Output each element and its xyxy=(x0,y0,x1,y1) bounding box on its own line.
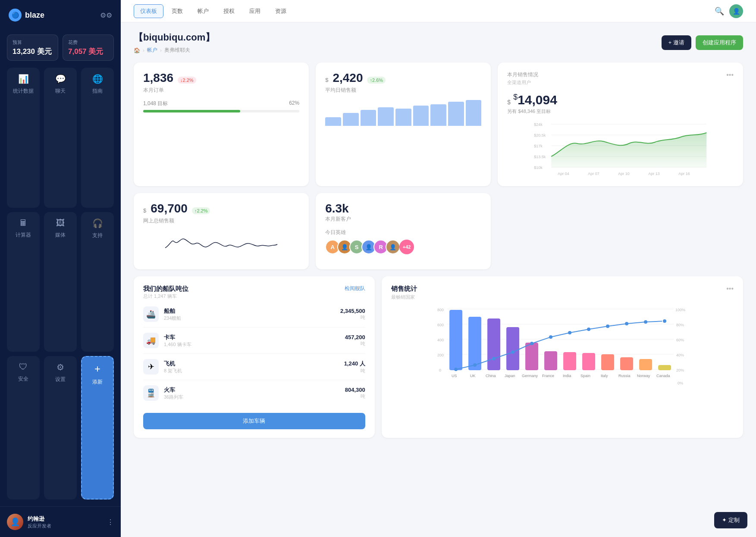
svg-point-59 xyxy=(530,342,533,345)
user-menu-icon[interactable]: ⋮ xyxy=(107,518,114,526)
expense-card: 花费 7,057 美元 xyxy=(63,34,114,61)
plane-icon: ✈ xyxy=(143,359,159,375)
monthly-sales-card: 本月销售情况 全渠道用户 ••• $ 14,094 另有 $48,346 至目标 xyxy=(498,62,743,186)
fleet-item-train: 🚆 火车 36路列车 804,300 吨 xyxy=(143,380,365,406)
security-icon: 🛡 xyxy=(19,362,28,372)
svg-rect-31 xyxy=(449,310,462,370)
budget-label: 预算 xyxy=(13,39,53,46)
svg-text:Apr 13: Apr 13 xyxy=(649,172,660,176)
avg-sales-badge: ↑2.6% xyxy=(367,77,386,84)
add-vehicle-button[interactable]: 添加车辆 xyxy=(143,413,365,429)
monthly-menu[interactable]: ••• xyxy=(726,71,734,79)
fleet-ship-number: 2,345,500 xyxy=(340,308,365,314)
user-info: 👤 约翰逊 反应开发者 xyxy=(7,514,51,530)
user-avatar-img: 👤 xyxy=(7,514,23,530)
tab-pages[interactable]: 页数 xyxy=(165,4,189,18)
bar-8 xyxy=(448,102,464,126)
heroes-label: 今日英雄 xyxy=(325,229,481,236)
wave-svg xyxy=(143,231,299,261)
create-app-button[interactable]: 创建应用程序 xyxy=(696,35,743,50)
total-sales-label: 网上总销售额 xyxy=(143,217,299,225)
orders-value: 1,836 xyxy=(143,71,173,85)
svg-point-61 xyxy=(568,331,571,334)
orders-card: 1,836 ↓2.2% 本月订单 1,048 目标 62% xyxy=(134,62,309,186)
nav-label-settings: 设置 xyxy=(55,376,66,383)
user-role: 反应开发者 xyxy=(28,523,51,529)
tab-dashboard[interactable]: 仪表板 xyxy=(134,4,163,18)
fleet-title-area: 我们的船队吨位 总计 1,247 辆车 xyxy=(143,285,188,300)
sales-stats-title: 销售统计 xyxy=(391,285,417,293)
svg-point-57 xyxy=(492,357,496,360)
sales-stats-title-area: 销售统计 最畅销国家 xyxy=(391,285,417,305)
nav-label-add: 添新 xyxy=(92,378,103,386)
nav-item-stats[interactable]: 📊 统计数据 xyxy=(7,68,40,208)
avg-sales-header: $ 2,420 ↑2.6% xyxy=(325,71,481,85)
tab-accounts[interactable]: 帐户 xyxy=(191,4,215,18)
nav-label-media: 媒体 xyxy=(55,231,66,239)
user-avatar-top[interactable]: 👤 xyxy=(729,4,743,18)
svg-point-56 xyxy=(473,363,477,367)
main-content: 仪表板 页数 帐户 授权 应用 资源 🔍 👤 【biqubiqu.com】 🏠 … xyxy=(121,0,756,537)
svg-text:100%: 100% xyxy=(675,308,685,312)
fleet-ship-value: 2,345,500 吨 xyxy=(340,308,365,321)
settings-icon[interactable]: ⚙⚙ xyxy=(100,11,112,19)
sales-stats-menu[interactable]: ••• xyxy=(726,285,734,293)
fleet-plane-value: 1,240 人 吨 xyxy=(344,360,365,374)
svg-rect-41 xyxy=(544,351,557,370)
search-icon[interactable]: 🔍 xyxy=(715,6,724,16)
tab-resources[interactable]: 资源 xyxy=(269,4,293,18)
svg-rect-43 xyxy=(563,352,576,370)
nav-item-guide[interactable]: 🌐 指南 xyxy=(81,68,114,208)
budget-value: 13,230 美元 xyxy=(13,47,53,56)
svg-rect-33 xyxy=(468,317,481,370)
expense-value: 7,057 美元 xyxy=(68,47,108,56)
invite-button[interactable]: + 邀请 xyxy=(662,35,691,50)
fleet-link[interactable]: 检阅舰队 xyxy=(345,285,365,292)
svg-text:400: 400 xyxy=(437,338,444,342)
nav-label-calculator: 计算器 xyxy=(16,231,31,239)
ship-icon: 🚢 xyxy=(143,306,159,322)
nav-item-security[interactable]: 🛡 安全 xyxy=(7,356,40,500)
new-customers-card: 6.3k 本月新客户 今日英雄 A 👤 S 👤 R 👤 +42 xyxy=(316,193,491,269)
wave-chart xyxy=(143,231,299,261)
user-name: 约翰逊 xyxy=(28,515,51,523)
tab-apps[interactable]: 应用 xyxy=(243,4,267,18)
svg-text:$20.5k: $20.5k xyxy=(534,133,546,137)
top-nav-tabs: 仪表板 页数 帐户 授权 应用 资源 xyxy=(134,4,293,18)
svg-text:0: 0 xyxy=(439,368,441,372)
svg-text:Italy: Italy xyxy=(601,374,608,378)
bar-4 xyxy=(378,107,394,126)
total-sales-card: $ 69,700 ↑2.2% 网上总销售额 xyxy=(134,193,309,269)
nav-item-media[interactable]: 🖼 媒体 xyxy=(44,212,77,352)
sidebar-footer: 👤 约翰逊 反应开发者 ⋮ xyxy=(0,506,121,537)
nav-label-stats: 统计数据 xyxy=(13,87,34,95)
svg-text:UK: UK xyxy=(470,374,476,378)
breadcrumb-home[interactable]: 🏠 xyxy=(134,47,140,53)
orders-label: 本月订单 xyxy=(143,87,299,94)
fleet-plane-number: 1,240 人 xyxy=(344,360,365,368)
svg-text:200: 200 xyxy=(437,353,444,357)
svg-text:Apr 10: Apr 10 xyxy=(618,172,630,176)
fleet-ship-unit: 吨 xyxy=(340,314,365,321)
nav-item-support[interactable]: 🎧 支持 xyxy=(81,212,114,352)
svg-text:Apr 07: Apr 07 xyxy=(588,172,600,176)
fleet-truck-info: 卡车 1,460 辆卡车 xyxy=(164,334,340,348)
total-sales-header: $ 69,700 ↑2.2% xyxy=(143,202,299,215)
breadcrumb-accounts[interactable]: 帐户 xyxy=(147,47,157,54)
nav-item-settings[interactable]: ⚙ 设置 xyxy=(44,356,77,500)
page-header-row: 【biqubiqu.com】 🏠 › 帐户 › 奥弗维耶夫 + 邀请 创建应用程… xyxy=(134,31,743,54)
svg-text:0%: 0% xyxy=(678,381,683,385)
stats-row-1: 1,836 ↓2.2% 本月订单 1,048 目标 62% $ xyxy=(134,62,743,186)
customize-button[interactable]: ✦ 定制 xyxy=(714,512,747,528)
monthly-chart-svg: $24k $20.5k $17k $13.5k $10k Apr 04 Apr … xyxy=(507,120,734,176)
nav-item-add[interactable]: + 添新 xyxy=(81,356,114,500)
total-sales-value: 69,700 xyxy=(151,202,188,215)
nav-item-calculator[interactable]: 🖩 计算器 xyxy=(7,212,40,352)
calculator-icon: 🖩 xyxy=(19,218,28,228)
svg-text:Russia: Russia xyxy=(618,374,631,378)
nav-grid: 📊 统计数据 💬 聊天 🌐 指南 🖩 计算器 🖼 媒体 🎧 支持 🛡 安全 ⚙ xyxy=(0,68,121,500)
spacer xyxy=(498,193,743,269)
nav-item-chat[interactable]: 💬 聊天 xyxy=(44,68,77,208)
fleet-header: 我们的船队吨位 总计 1,247 辆车 检阅舰队 xyxy=(143,285,365,300)
tab-auth[interactable]: 授权 xyxy=(217,4,241,18)
